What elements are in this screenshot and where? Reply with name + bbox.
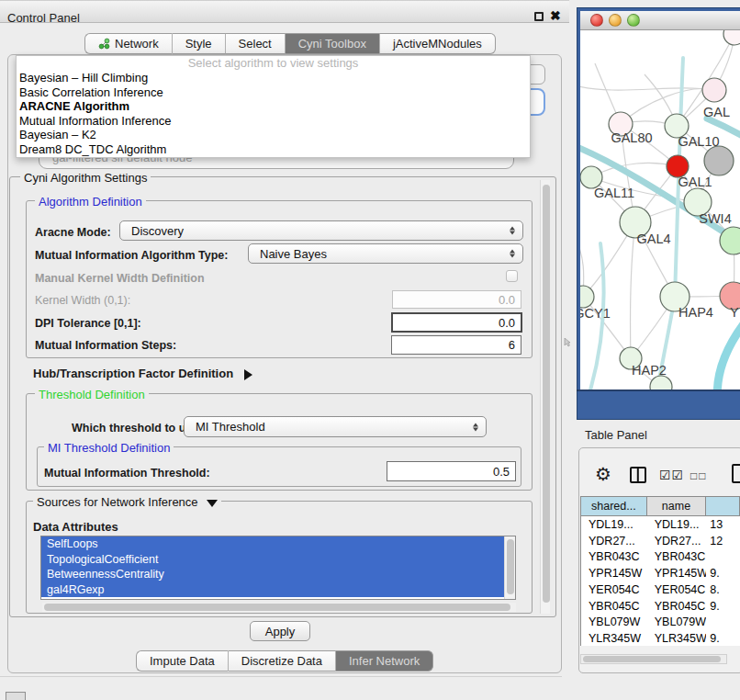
- network-node[interactable]: [650, 376, 672, 390]
- aracne-mode-label: Aracne Mode:: [35, 226, 111, 239]
- attributes-hscrollbar[interactable]: [42, 603, 516, 612]
- mi-steps-field[interactable]: 6: [391, 335, 521, 355]
- table-column-header[interactable]: shared...: [581, 497, 647, 516]
- network-node-label: HAP4: [678, 305, 713, 320]
- table-hscrollbar[interactable]: [580, 654, 727, 664]
- algorithm-popup-placeholder: Select algorithm to view settings: [17, 56, 530, 71]
- attribute-item[interactable]: BetweennessCentrality: [41, 567, 505, 582]
- attribute-item[interactable]: gal4RGexp: [41, 582, 505, 598]
- algorithm-popup-list: Bayesian – Hill ClimbingBasic Correlatio…: [17, 71, 530, 156]
- window-minimize-icon[interactable]: [609, 14, 622, 27]
- table-panel-title: Table Panel: [585, 428, 647, 442]
- attribute-item[interactable]: TopologicalCoefficient: [41, 552, 505, 568]
- tab-select[interactable]: Select: [226, 33, 286, 54]
- mi-threshold-field[interactable]: 0.5: [387, 461, 516, 481]
- network-node[interactable]: [704, 146, 734, 175]
- table-header-row: shared...name: [581, 497, 740, 516]
- document-icon[interactable]: [732, 464, 740, 483]
- tab-infer-network[interactable]: Infer Network: [336, 650, 433, 672]
- table-row[interactable]: YDL19...YDL19...13: [581, 516, 740, 533]
- algorithm-option[interactable]: Mutual Information Inference: [17, 114, 530, 129]
- network-node-label: SWI4: [699, 211, 731, 226]
- table-row[interactable]: YLR345WYLR345W9.: [581, 630, 740, 646]
- algorithm-dropdown-popup: Select algorithm to view settings Bayesi…: [16, 55, 531, 158]
- table-row[interactable]: YDR27...YDR27...12: [581, 533, 740, 549]
- table-row[interactable]: YER054CYER054C8.: [581, 581, 740, 598]
- tab-discretize-data-label: Discretize Data: [241, 654, 322, 668]
- cyni-settings-title: Cyni Algorithm Settings: [20, 171, 151, 185]
- dock-panel-icon[interactable]: [6, 692, 26, 700]
- which-threshold-combo[interactable]: MI Threshold: [184, 416, 487, 437]
- dpi-tolerance-field[interactable]: 0.0: [391, 312, 522, 333]
- algorithm-option[interactable]: Bayesian – K2: [17, 128, 530, 142]
- table-cell: [706, 549, 740, 566]
- tab-cyni-toolbox[interactable]: Cyni Toolbox: [286, 33, 380, 54]
- manual-kernel-checkbox[interactable]: [506, 270, 518, 282]
- app-screen: Control Panel ✖ Network Style Select Cyn…: [0, 0, 740, 700]
- table-cell: YLR345W: [647, 630, 706, 646]
- network-window-titlebar[interactable]: [580, 11, 740, 30]
- network-edge-highlighted: [717, 317, 740, 390]
- mi-type-combo[interactable]: Naive Bayes: [248, 243, 523, 264]
- aracne-mode-value: Discovery: [131, 224, 184, 238]
- close-icon[interactable]: ✖: [550, 8, 561, 23]
- table-cell: 13: [706, 516, 740, 533]
- sources-toggle[interactable]: Sources for Network Inference: [33, 495, 221, 509]
- algorithm-option[interactable]: Basic Correlation Inference: [17, 85, 530, 100]
- network-node[interactable]: [580, 286, 594, 308]
- select-all-checkboxes-icon[interactable]: ☑☑: [659, 468, 684, 482]
- tab-style[interactable]: Style: [173, 33, 226, 54]
- tab-network[interactable]: Network: [84, 33, 173, 54]
- table-cell: [706, 615, 740, 631]
- table-row[interactable]: YBR043CYBR043C: [581, 549, 740, 566]
- which-threshold-label: Which threshold to use:: [72, 422, 202, 435]
- table-row[interactable]: YBR045CYBR045C9.: [581, 598, 740, 615]
- apply-button[interactable]: Apply: [250, 621, 310, 641]
- mouse-cursor: [564, 338, 571, 347]
- window-zoom-icon[interactable]: [627, 14, 640, 27]
- table-cell: 8.: [706, 581, 740, 598]
- threshold-definition-title: Threshold Definition: [35, 388, 149, 401]
- deselect-all-checkboxes-icon[interactable]: □□: [690, 469, 708, 482]
- attribute-table[interactable]: shared...name YDL19...YDL19...13YDR27...…: [580, 496, 740, 646]
- settings-scrollbar[interactable]: [540, 180, 550, 614]
- table-column-header[interactable]: name: [647, 497, 706, 516]
- table-cell: 9.: [706, 565, 740, 581]
- network-node[interactable]: [702, 78, 726, 102]
- algorithm-option[interactable]: Dream8 DC_TDC Algorithm: [17, 142, 530, 157]
- table-cell: YBR043C: [647, 549, 706, 566]
- float-window-icon[interactable]: [534, 12, 544, 21]
- algorithm-option[interactable]: Bayesian – Hill Climbing: [17, 71, 530, 85]
- hub-definition-toggle[interactable]: Hub/Transcription Factor Definition: [33, 367, 252, 380]
- apply-button-label: Apply: [265, 625, 296, 638]
- table-cell: YDR27...: [581, 533, 647, 549]
- tab-impute-data[interactable]: Impute Data: [136, 650, 229, 672]
- which-threshold-value: MI Threshold: [196, 420, 265, 434]
- tab-discretize-data[interactable]: Discretize Data: [229, 650, 336, 672]
- tab-select-label: Select: [239, 37, 272, 51]
- network-node-label: GAL11: [594, 186, 634, 200]
- control-panel-title: Control Panel: [7, 11, 80, 25]
- table-cell: YBR043C: [581, 549, 647, 566]
- aracne-mode-combo[interactable]: Discovery: [119, 220, 523, 241]
- attributes-scrollbar[interactable]: [504, 536, 515, 599]
- attribute-item[interactable]: SelfLoops: [41, 536, 505, 552]
- algorithm-option[interactable]: ARACNE Algorithm: [17, 99, 530, 114]
- network-node-label: Y: [730, 305, 739, 320]
- tab-jactivemnodules[interactable]: jActiveMNodules: [380, 33, 496, 54]
- gear-icon[interactable]: ⚙: [595, 463, 611, 485]
- data-attributes-list[interactable]: SelfLoopsTopologicalCoefficientBetweenne…: [40, 536, 516, 600]
- network-node-label: GAL4: [636, 231, 670, 246]
- table-cell: YLR345W: [581, 630, 647, 646]
- table-cell: 9.: [706, 598, 740, 615]
- expand-right-icon: [244, 369, 252, 380]
- mi-steps-label: Mutual Information Steps:: [35, 339, 176, 352]
- network-canvas[interactable]: GALGAL80GAL10GAL11GAL1SWI4GAL4GCY1HAP4YH…: [580, 30, 740, 390]
- window-close-icon[interactable]: [590, 14, 603, 27]
- table-column-header[interactable]: [706, 497, 740, 516]
- table-row[interactable]: YBL079WYBL079W: [581, 615, 740, 631]
- columns-icon[interactable]: [630, 467, 646, 483]
- manual-kernel-label: Manual Kernel Width Definition: [35, 272, 205, 285]
- network-node[interactable]: [723, 30, 740, 45]
- table-row[interactable]: YPR145WYPR145W9.: [581, 565, 740, 581]
